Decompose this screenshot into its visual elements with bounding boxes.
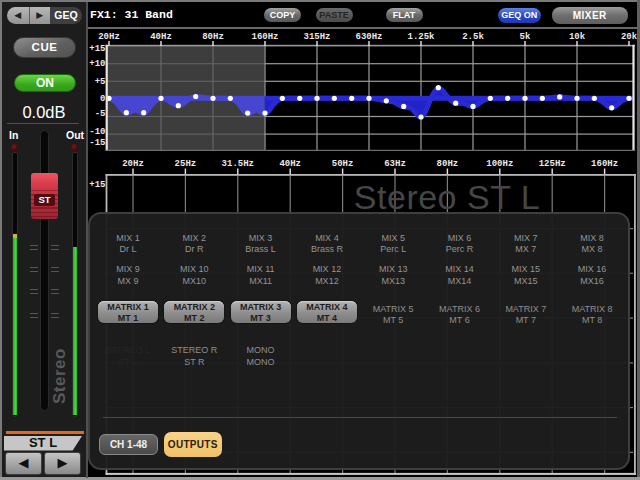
svg-text:63Hz: 63Hz	[384, 159, 406, 169]
svg-text:100Hz: 100Hz	[486, 159, 513, 169]
svg-text:Stereo ST L: Stereo ST L	[354, 178, 540, 216]
svg-text:40Hz: 40Hz	[150, 32, 172, 42]
svg-text:5k: 5k	[520, 32, 531, 42]
svg-text:+10: +10	[89, 59, 105, 69]
svg-text:630Hz: 630Hz	[355, 32, 382, 42]
svg-text:+15: +15	[89, 180, 105, 190]
svg-text:160Hz: 160Hz	[251, 32, 278, 42]
svg-text:20Hz: 20Hz	[98, 32, 120, 42]
svg-text:160Hz: 160Hz	[591, 159, 618, 169]
svg-text:125Hz: 125Hz	[539, 159, 566, 169]
svg-text:2.5k: 2.5k	[462, 32, 484, 42]
svg-text:0: 0	[100, 94, 105, 104]
svg-text:25Hz: 25Hz	[175, 159, 197, 169]
svg-text:20Hz: 20Hz	[122, 159, 144, 169]
svg-text:-5: -5	[95, 109, 106, 119]
svg-text:50Hz: 50Hz	[332, 159, 354, 169]
svg-text:315Hz: 315Hz	[303, 32, 330, 42]
svg-text:40Hz: 40Hz	[279, 159, 301, 169]
svg-text:20k: 20k	[621, 32, 638, 42]
svg-text:1.25k: 1.25k	[407, 32, 435, 42]
svg-text:10k: 10k	[569, 32, 586, 42]
svg-text:80Hz: 80Hz	[202, 32, 224, 42]
svg-text:+5: +5	[95, 77, 106, 87]
svg-text:80Hz: 80Hz	[437, 159, 459, 169]
svg-text:-10: -10	[89, 127, 105, 137]
svg-text:-15: -15	[89, 138, 105, 148]
svg-text:+15: +15	[89, 44, 105, 54]
svg-text:31.5Hz: 31.5Hz	[222, 159, 254, 169]
